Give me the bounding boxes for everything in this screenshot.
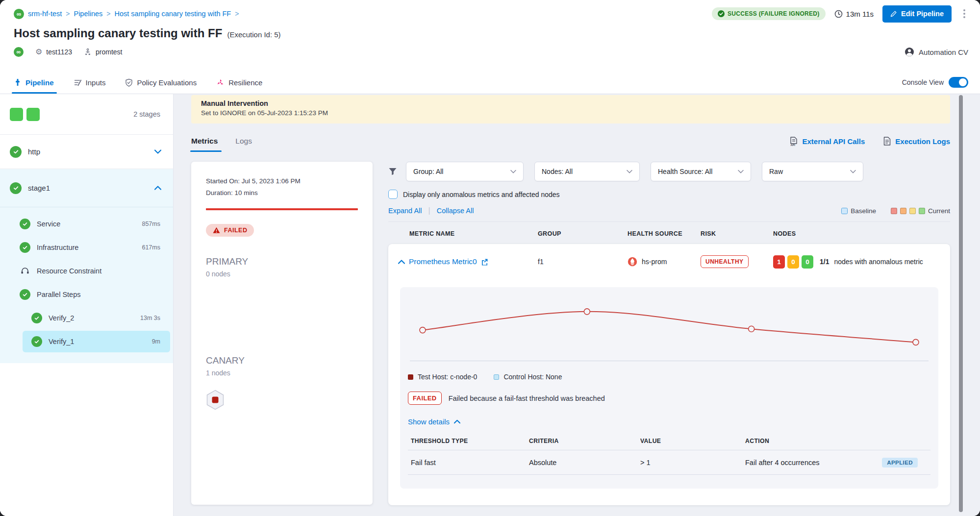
tab-pipeline-label: Pipeline (25, 78, 54, 87)
clock-icon (834, 10, 843, 18)
metric-chart-panel: Test Host: c-node-0 Control Host: None F… (400, 287, 938, 489)
sidebar-stage-http[interactable]: http (0, 135, 173, 169)
anomalous-checkbox-label[interactable]: Display only anomalous metrics and affec… (403, 191, 560, 198)
service-tag[interactable]: ⚙ test1123 (35, 48, 72, 56)
tab-policy-evaluations-label: Policy Evaluations (137, 78, 197, 87)
triggered-by-user[interactable]: Automation CV (905, 47, 968, 57)
threshold-type-value: Fail fast (411, 459, 529, 467)
collapse-chevron-up-icon[interactable] (398, 260, 405, 264)
control-host-label: Control Host: None (503, 373, 562, 381)
tab-pipeline[interactable]: Pipeline (14, 71, 54, 94)
tab-resilience[interactable]: Resilience (216, 71, 262, 94)
manual-intervention-banner: Manual Intervention Set to IGNORE on 05-… (191, 95, 950, 123)
chevron-down-icon (627, 170, 632, 173)
chart-area (410, 287, 929, 361)
col-risk: RISK (701, 230, 773, 237)
sidebar-step-verify2[interactable]: Verify_2 13m 3s (0, 306, 173, 330)
stage-square-icon (10, 108, 23, 121)
metrics-analysis-column: Group: All Nodes: All Health Source: All (388, 162, 950, 505)
warning-triangle-icon (213, 227, 220, 234)
breadcrumb: ∞ srm-hf-test > Pipelines > Host samplin… (14, 9, 239, 19)
sidebar-step-verify1[interactable]: Verify_1 9m (23, 331, 170, 352)
show-details-link[interactable]: Show details (408, 418, 938, 426)
group-filter-dropdown[interactable]: Group: All (406, 162, 524, 181)
gear-icon: ⚙ (35, 48, 42, 56)
chevron-up-icon (454, 419, 460, 424)
metric-group: f1 (538, 258, 628, 266)
resilience-icon (216, 78, 225, 87)
stage-summary-row: 2 stages (0, 94, 173, 135)
breadcrumb-separator: > (106, 10, 110, 18)
external-api-calls-link[interactable]: API External API Calls (789, 137, 865, 146)
data-mode-dropdown[interactable]: Raw (762, 162, 863, 181)
canary-node-hexagon-icon[interactable] (206, 390, 225, 410)
breadcrumb-pipeline-name[interactable]: Host sampling canary testing with FF (115, 10, 231, 18)
col-threshold-type: THRESHOLD TYPE (411, 438, 529, 444)
tab-logs[interactable]: Logs (235, 137, 252, 146)
tab-resilience-label: Resilience (228, 78, 262, 87)
tab-metrics[interactable]: Metrics (191, 137, 218, 146)
tab-inputs[interactable]: Inputs (74, 71, 106, 94)
stage1-section: stage1 Service 857ms Infrastructure 617m… (0, 169, 173, 363)
data-mode-value: Raw (769, 168, 783, 175)
execution-logs-link[interactable]: Execution Logs (883, 137, 950, 146)
baseline-label: Baseline (851, 207, 876, 215)
stage-stage1-label: stage1 (28, 184, 50, 192)
divider (388, 221, 950, 222)
detail-tabs-row: Metrics Logs API External API Calls Exec… (191, 131, 950, 151)
test-host-legend-item: Test Host: c-node-0 (408, 373, 477, 381)
tab-policy-evaluations[interactable]: Policy Evaluations (125, 71, 197, 94)
metric-chart (410, 287, 929, 361)
more-options-menu-icon[interactable] (960, 7, 968, 20)
sidebar-step-service[interactable]: Service 857ms (0, 212, 173, 236)
environment-tag[interactable]: promtest (84, 48, 122, 56)
expand-all-link[interactable]: Expand All (388, 207, 422, 215)
metric-row[interactable]: Prometheus Metric0 f1 hs-prom UNHEALTHY … (388, 244, 950, 279)
health-source-filter-value: Health Source: All (658, 168, 712, 175)
duration-label: 13m 11s (846, 10, 874, 18)
action-value: Fail after 4 occurrences (745, 459, 820, 467)
test-host-label: Test Host: c-node-0 (418, 373, 477, 381)
execution-duration: 13m 11s (834, 10, 874, 18)
col-group: GROUP (538, 230, 628, 237)
step-label: Parallel Steps (37, 291, 80, 298)
edit-pipeline-button[interactable]: Edit Pipeline (882, 5, 952, 23)
stage-http-label: http (28, 147, 40, 156)
edit-pipeline-label: Edit Pipeline (901, 10, 944, 18)
sidebar-stage-stage1[interactable]: stage1 (0, 169, 173, 207)
metric-markers (420, 309, 919, 345)
console-view-toggle[interactable] (949, 77, 968, 88)
metric-name-link[interactable]: Prometheus Metric0 (409, 257, 477, 266)
pipeline-icon (14, 78, 22, 86)
collapse-all-link[interactable]: Collapse All (437, 207, 474, 215)
stage-square-icon (26, 108, 40, 121)
pencil-icon (890, 10, 897, 17)
anomalous-checkbox[interactable] (388, 190, 398, 199)
nodes-filter-dropdown[interactable]: Nodes: All (534, 162, 640, 181)
current-swatch-red (891, 208, 897, 214)
breadcrumb-project[interactable]: srm-hf-test (28, 10, 62, 18)
step-label: Resource Constraint (37, 267, 101, 275)
col-nodes: NODES (773, 230, 950, 237)
criteria-value: Absolute (529, 459, 640, 467)
status-badge-label: SUCCESS (FAILURE IGNORED) (728, 10, 820, 17)
health-source-filter-dropdown[interactable]: Health Source: All (651, 162, 751, 181)
current-swatch-orange (900, 208, 906, 214)
chevron-down-icon[interactable] (154, 149, 161, 154)
filter-icon[interactable] (388, 167, 397, 176)
canary-group-label: CANARY (206, 355, 358, 366)
test-host-swatch (408, 374, 413, 380)
show-details-label: Show details (408, 418, 450, 426)
expand-collapse-row: Expand All | Collapse All Baseline Curre… (388, 206, 950, 215)
resource-constraint-icon (20, 266, 30, 276)
chevron-up-icon[interactable] (154, 186, 161, 190)
breadcrumb-pipelines[interactable]: Pipelines (74, 10, 102, 18)
sidebar-step-infrastructure[interactable]: Infrastructure 617ms (0, 236, 173, 259)
sidebar-step-parallel-steps[interactable]: Parallel Steps (0, 283, 173, 306)
sidebar-step-resource-constraint[interactable]: Resource Constraint (0, 259, 173, 283)
vertical-scrollbar[interactable] (959, 95, 963, 512)
user-avatar-icon (905, 47, 914, 57)
external-link-icon[interactable] (481, 258, 488, 266)
chevron-down-icon (850, 170, 856, 173)
chevron-down-icon (738, 170, 744, 173)
